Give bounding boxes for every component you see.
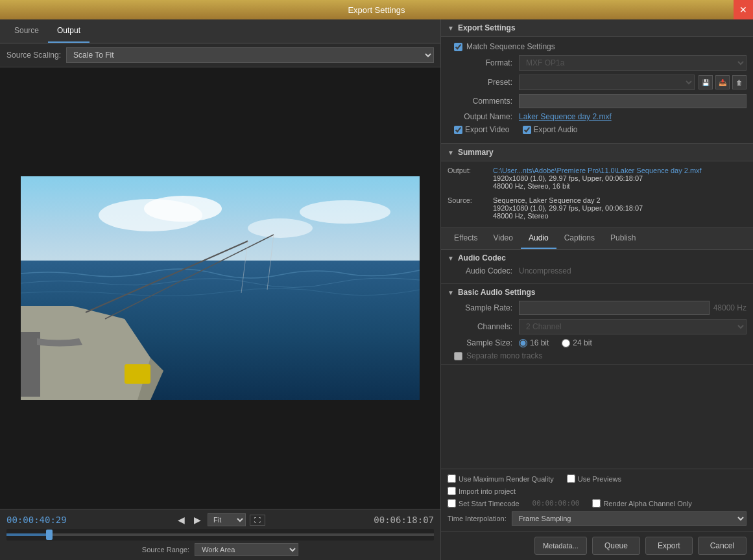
comments-label: Comments: [448, 97, 519, 106]
export-settings-body: Match Sequence Settings Format: MXF OP1a… [441, 37, 753, 144]
output-label: Output: [448, 167, 493, 194]
source-scaling-select[interactable]: Scale To Fit Stretch To Fill Crop To Fil… [66, 47, 434, 63]
import-into-project-item: Import into project [448, 487, 516, 495]
preset-select[interactable] [519, 75, 695, 90]
audio-codec-section: ▼ Audio Codec Audio Codec: Uncompressed [441, 250, 753, 284]
timeline-progress [6, 533, 49, 536]
svg-rect-9 [125, 364, 150, 384]
metadata-button[interactable]: Metadata... [534, 537, 587, 555]
fullscreen-button[interactable]: ⛶ [250, 515, 265, 526]
comments-row: Comments: [448, 94, 747, 108]
summary-body: Output: C:\User...nts\Adobe\Premiere Pro… [441, 161, 753, 228]
source-name: Sequence, Laker Sequence day 2 [493, 196, 643, 204]
left-panel: Source Output Source Scaling: Scale To F… [0, 19, 441, 560]
audio-codec-title: Audio Codec [458, 253, 506, 262]
start-timecode-value: 00:00:00:00 [532, 499, 580, 508]
bottom-controls: 00:00:40:29 ◀ ▶ Fit 25% 50% 75% 100% ⛶ 0… [0, 509, 440, 560]
timeline-handle[interactable] [46, 530, 53, 540]
source-scaling-row: Source Scaling: Scale To Fit Stretch To … [0, 43, 440, 67]
output-details: C:\User...nts\Adobe\Premiere Pro\11.0\La… [493, 167, 702, 194]
set-start-timecode-item: Set Start Timecode [448, 499, 520, 508]
end-timecode: 00:06:18:07 [374, 515, 434, 525]
tab-effects[interactable]: Effects [446, 228, 485, 249]
format-select[interactable]: MXF OP1a [519, 55, 747, 71]
preset-row: Preset: 💾 📥 🗑 [448, 75, 747, 90]
tab-audio[interactable]: Audio [521, 228, 556, 249]
bottom-options: Use Maximum Render Quality Use Previews … [441, 469, 753, 531]
render-alpha-label: Render Alpha Channel Only [603, 500, 691, 508]
export-settings-header[interactable]: ▼ Export Settings [441, 19, 753, 37]
export-button[interactable]: Export [645, 537, 693, 555]
export-settings-title: Export Settings [458, 23, 516, 32]
comments-input[interactable] [519, 94, 747, 108]
max-render-quality-checkbox[interactable] [448, 474, 456, 483]
basic-audio-section: ▼ Basic Audio Settings Sample Rate: 4800… [441, 284, 753, 365]
use-previews-checkbox[interactable] [567, 474, 575, 483]
output-details-2: 48000 Hz, Stereo, 16 bit [493, 182, 702, 190]
cancel-button[interactable]: Cancel [698, 537, 747, 555]
match-sequence-checkbox[interactable] [454, 43, 462, 51]
sample-rate-label: Sample Rate: [448, 303, 519, 312]
timeline-track [6, 533, 434, 536]
radio-24bit-input[interactable] [562, 339, 570, 347]
import-into-project-checkbox[interactable] [448, 487, 456, 495]
tab-video[interactable]: Video [485, 228, 520, 249]
video-preview [21, 176, 420, 400]
output-name-label: Output Name: [448, 112, 519, 121]
tab-source[interactable]: Source [5, 19, 48, 43]
set-start-timecode-checkbox[interactable] [448, 499, 456, 508]
import-into-project-label: Import into project [459, 487, 516, 495]
radio-24bit-label: 24 bit [573, 338, 592, 347]
separate-mono-row: Separate mono tracks [448, 351, 747, 360]
queue-button[interactable]: Queue [592, 537, 640, 555]
close-button[interactable]: ✕ [734, 0, 753, 19]
max-render-quality-label: Use Maximum Render Quality [459, 475, 554, 483]
time-interpolation-select[interactable]: Frame Sampling Frame Blending Optical Fl… [512, 511, 747, 526]
audio-codec-header[interactable]: ▼ Audio Codec [448, 253, 747, 262]
title-text: Export Settings [348, 5, 405, 15]
radio-24bit: 24 bit [562, 338, 592, 347]
radio-16bit-label: 16 bit [530, 338, 549, 347]
preset-icons: 💾 📥 🗑 [699, 75, 747, 89]
tab-output[interactable]: Output [48, 19, 90, 43]
export-check-row: Export Video Export Audio [448, 125, 747, 134]
separate-mono-checkbox[interactable] [454, 352, 462, 360]
sample-rate-row: Sample Rate: 48000 Hz [448, 301, 747, 315]
audio-codec-value: Uncompressed [519, 266, 571, 275]
tab-captions[interactable]: Captions [556, 228, 603, 249]
delete-preset-button[interactable]: 🗑 [732, 75, 747, 89]
sample-rate-input[interactable] [519, 301, 710, 315]
summary-output-row: Output: C:\User...nts\Adobe\Premiere Pro… [448, 167, 747, 194]
audio-codec-label: Audio Codec: [448, 266, 519, 275]
render-alpha-checkbox[interactable] [592, 499, 601, 508]
step-forward-button[interactable]: ▶ [191, 513, 204, 526]
summary-header[interactable]: ▼ Summary [441, 144, 753, 161]
channels-select[interactable]: 2 Channel [519, 319, 747, 334]
source-range-row: Source Range: Work Area Entire Sequence … [6, 543, 434, 556]
max-render-quality-item: Use Maximum Render Quality [448, 474, 554, 483]
import-preset-button[interactable]: 📥 [715, 75, 730, 89]
tab-publish[interactable]: Publish [603, 228, 643, 249]
export-video-item: Export Video [454, 125, 510, 134]
export-video-checkbox[interactable] [454, 126, 462, 134]
save-preset-button[interactable]: 💾 [699, 75, 713, 89]
output-name-value[interactable]: Laker Sequence day 2.mxf [519, 112, 612, 121]
zoom-select[interactable]: Fit 25% 50% 75% 100% [208, 513, 246, 526]
preview-area [0, 67, 440, 509]
timeline-bar[interactable] [6, 529, 434, 541]
radio-16bit-input[interactable] [519, 339, 527, 347]
bottom-options-row1: Use Maximum Render Quality Use Previews [448, 474, 747, 483]
step-back-button[interactable]: ◀ [175, 513, 187, 526]
format-label: Format: [448, 58, 519, 67]
sample-size-radio-group: 16 bit 24 bit [519, 338, 592, 347]
source-details: Sequence, Laker Sequence day 2 1920x1080… [493, 196, 643, 220]
export-audio-checkbox[interactable] [523, 126, 531, 134]
channels-row: Channels: 2 Channel [448, 319, 747, 334]
time-interpolation-row: Time Interpolation: Frame Sampling Frame… [448, 511, 747, 526]
use-previews-label: Use Previews [578, 475, 621, 483]
action-buttons: Metadata... Queue Export Cancel [441, 531, 753, 560]
basic-audio-header[interactable]: ▼ Basic Audio Settings [448, 288, 747, 297]
separate-mono-label: Separate mono tracks [466, 351, 542, 360]
set-start-timecode-label: Set Start Timecode [459, 500, 520, 508]
source-range-select[interactable]: Work Area Entire Sequence Custom [195, 543, 298, 556]
